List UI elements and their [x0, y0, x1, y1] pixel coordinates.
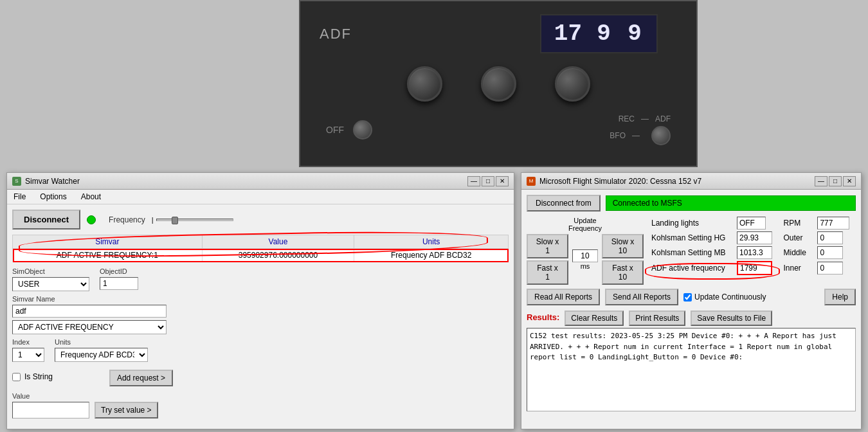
- simvar-minimize-btn[interactable]: —: [467, 176, 480, 186]
- adf-digit-1: 17: [554, 21, 582, 47]
- value-row: Try set value >: [12, 402, 173, 419]
- msfs-titlebar-controls: — □ ✕: [815, 176, 856, 186]
- kohlsman-hg-input[interactable]: [737, 231, 772, 244]
- adf-panel-label: ADF: [320, 26, 352, 42]
- read-all-reports-btn[interactable]: Read All Reports: [527, 289, 600, 305]
- simvar-titlebar: S Simvar Watcher — □ ✕: [7, 173, 514, 190]
- simvar-name-input[interactable]: [12, 305, 167, 318]
- objectid-group: ObjectID: [100, 267, 138, 291]
- adf-knob-right[interactable]: [555, 66, 590, 102]
- send-all-reports-btn[interactable]: Send AIl Reports: [605, 289, 678, 305]
- results-box[interactable]: C152 test results: 2023-05-25 3:25 PM De…: [527, 328, 856, 411]
- freq-ms-input[interactable]: [572, 249, 598, 262]
- landing-lights-input[interactable]: [737, 217, 766, 230]
- is-string-label: Is String: [24, 372, 53, 381]
- off-label: OFF: [326, 125, 344, 135]
- fast-x1-btn[interactable]: Fast x 1: [527, 260, 568, 285]
- update-continuously-text: Update Continuously: [694, 292, 766, 302]
- adf-freq-label: ADF active frequency: [651, 264, 732, 273]
- try-set-btn[interactable]: Try set value >: [95, 402, 158, 419]
- menu-about[interactable]: About: [77, 191, 105, 203]
- simvar-top-row: Disconnect Frequency |: [12, 210, 509, 230]
- row-units: Frequency ADF BCD32: [354, 249, 509, 262]
- adf-bottom-row: OFF REC — ADF BFO —: [300, 108, 696, 152]
- bfo-knob[interactable]: [651, 126, 671, 145]
- msfs-main-area: UpdateFrequency Slow x 1 Fast x 1 ms Slo…: [527, 217, 856, 285]
- is-string-checkbox[interactable]: [12, 373, 21, 381]
- msfs-title-area: M Microsoft Flight Simulator 2020: Cessn…: [527, 177, 701, 186]
- msfs-maximize-btn[interactable]: □: [829, 176, 842, 186]
- simvar-close-btn[interactable]: ✕: [496, 176, 509, 186]
- msfs-minimize-btn[interactable]: —: [815, 176, 827, 186]
- off-knob[interactable]: [353, 120, 372, 140]
- menu-options[interactable]: Options: [36, 191, 70, 203]
- index-select[interactable]: 1: [12, 348, 44, 362]
- results-header-row: Results: Clear Results Print Results Sav…: [527, 310, 856, 326]
- msfs-left-panel: UpdateFrequency Slow x 1 Fast x 1 ms Slo…: [527, 217, 644, 285]
- simvar-row[interactable]: ADF ACTIVE FREQUENCY:1 395902976.0000000…: [13, 249, 509, 262]
- kohlsman-mb-input[interactable]: [737, 246, 772, 259]
- simvar-dropdown-group: ADF ACTIVE FREQUENCY: [12, 320, 173, 334]
- add-request-btn[interactable]: Add request >: [109, 370, 173, 386]
- results-section: Results: Clear Results Print Results Sav…: [527, 310, 856, 411]
- update-continuously-checkbox[interactable]: [683, 293, 692, 302]
- msfs-params-panel: Landing lights RPM Kohlsman Setting HG O…: [651, 217, 856, 285]
- adf-label-bottom: ADF: [655, 114, 671, 123]
- simobject-select[interactable]: USER: [12, 277, 89, 291]
- msfs-close-btn[interactable]: ✕: [843, 176, 856, 186]
- fast-x10-btn[interactable]: Fast x 10: [602, 260, 644, 285]
- objectid-label: ObjectID: [100, 267, 138, 275]
- simvar-name-group: Simvar Name: [12, 295, 173, 318]
- save-results-btn[interactable]: Save Results to File: [691, 310, 772, 326]
- update-btns-row1: Slow x 1 Fast x 1 ms Slow x 10 Fast x 10: [527, 234, 644, 285]
- is-string-row: Is String Add request >: [12, 367, 173, 386]
- value-input[interactable]: [12, 402, 89, 419]
- results-label: Results:: [527, 312, 559, 322]
- simvar-maximize-btn[interactable]: □: [482, 176, 494, 186]
- print-results-btn[interactable]: Print Results: [629, 310, 685, 326]
- outer-label: Outer: [784, 233, 813, 242]
- frequency-slider[interactable]: [156, 219, 233, 221]
- simvar-titlebar-controls: — □ ✕: [467, 176, 509, 186]
- adf-knob-middle[interactable]: [481, 66, 516, 102]
- frequency-label: Frequency: [109, 215, 145, 224]
- value-label: Value: [12, 392, 30, 400]
- adf-knobs-row: [300, 60, 696, 108]
- params-grid: Landing lights RPM Kohlsman Setting HG O…: [651, 217, 856, 275]
- bfo-label: BFO: [610, 131, 626, 140]
- units-group: Units Frequency ADF BCD32: [55, 338, 148, 362]
- disconnect-from-btn[interactable]: Disconnect from: [527, 195, 601, 212]
- slow-x10-btn[interactable]: Slow x 10: [602, 234, 644, 258]
- simvar-table-container: Simvar Value Units ADF ACTIVE FREQUENCY:…: [12, 235, 509, 262]
- menu-file[interactable]: File: [10, 191, 30, 203]
- units-label: Units: [55, 338, 148, 346]
- simobject-row: SimObject USER ObjectID: [12, 267, 173, 291]
- units-select[interactable]: Frequency ADF BCD32: [55, 348, 148, 362]
- disconnect-button[interactable]: Disconnect: [12, 210, 80, 230]
- index-units-row: Index 1 Units Frequency ADF BCD32: [12, 338, 173, 362]
- simvar-content: Disconnect Frequency | Simvar Value Unit…: [7, 204, 514, 424]
- adf-freq-input[interactable]: [737, 261, 772, 275]
- inner-input[interactable]: [817, 262, 843, 274]
- msfs-top-row: Disconnect from Connected to MSFS: [527, 195, 856, 212]
- index-group: Index 1: [12, 338, 44, 362]
- outer-input[interactable]: [817, 231, 843, 244]
- slow-x1-btn[interactable]: Slow x 1: [527, 234, 568, 258]
- middle-input[interactable]: [817, 246, 843, 259]
- connected-label: Connected to MSFS: [606, 195, 856, 211]
- rpm-input[interactable]: [817, 217, 849, 230]
- slider-min: |: [152, 216, 154, 224]
- clear-results-btn[interactable]: Clear Results: [565, 310, 624, 326]
- msfs-icon: M: [527, 177, 536, 186]
- msfs-content: Disconnect from Connected to MSFS Update…: [521, 190, 861, 417]
- msfs-window: M Microsoft Flight Simulator 2020: Cessn…: [521, 172, 862, 429]
- slow-btns: Slow x 1 Fast x 1: [527, 234, 568, 285]
- landing-lights-label: Landing lights: [651, 219, 732, 228]
- report-btns-row: Read All Reports Send AIl Reports Update…: [527, 289, 856, 305]
- adf-knob-left[interactable]: [407, 66, 442, 102]
- objectid-input[interactable]: [100, 277, 138, 290]
- help-btn[interactable]: Help: [824, 289, 856, 305]
- connection-indicator: [87, 215, 96, 224]
- simvar-dropdown[interactable]: ADF ACTIVE FREQUENCY: [12, 320, 167, 334]
- value-section: Value Try set value >: [12, 392, 173, 419]
